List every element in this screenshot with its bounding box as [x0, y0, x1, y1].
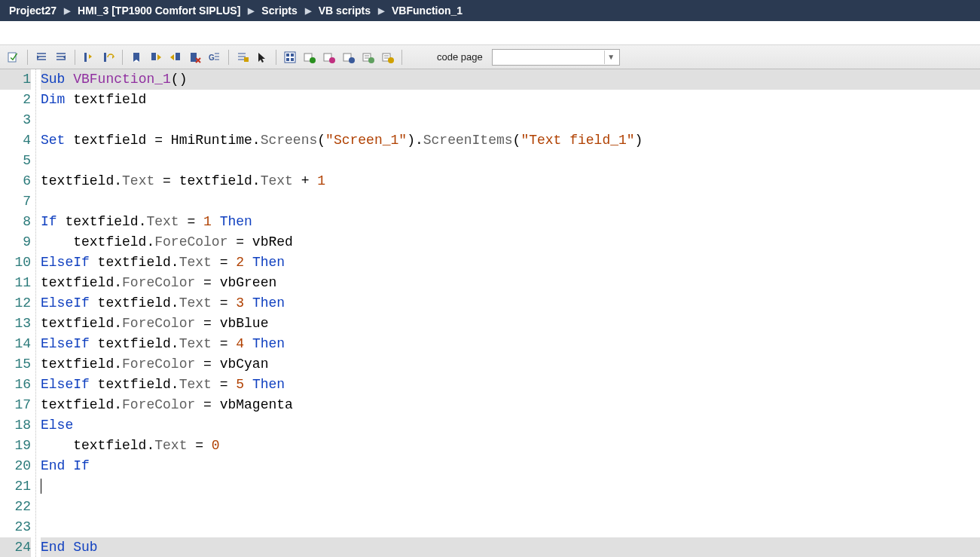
clear-bookmarks-button[interactable]: [186, 48, 204, 66]
breadcrumb-item[interactable]: Project27: [6, 5, 60, 17]
line-number: 16: [0, 375, 31, 395]
toggle-bookmark-button[interactable]: [127, 48, 145, 66]
code-page-label: code page: [437, 51, 483, 63]
insert-function-button[interactable]: [379, 48, 397, 66]
code-line[interactable]: textfield.Text = 0: [41, 436, 980, 456]
code-line[interactable]: [41, 110, 980, 130]
svg-rect-12: [286, 58, 289, 61]
chevron-right-icon: ▶: [374, 6, 389, 16]
line-number: 11: [0, 273, 31, 293]
line-number: 6: [0, 171, 31, 191]
prev-bookmark-button[interactable]: [166, 48, 185, 66]
code-line[interactable]: [41, 497, 980, 517]
breadcrumb: Project27 ▶ HMI_3 [TP1900 Comfort SIPLUS…: [0, 0, 980, 21]
svg-point-23: [388, 57, 394, 63]
svg-rect-13: [291, 58, 294, 61]
svg-rect-4: [151, 53, 156, 60]
svg-rect-10: [286, 54, 289, 57]
code-editor[interactable]: 123456789101112131415161718192021222324 …: [0, 69, 980, 557]
svg-rect-5: [176, 53, 180, 60]
outdent-button[interactable]: [52, 48, 70, 66]
step-over-button[interactable]: [99, 48, 118, 66]
breadcrumb-item[interactable]: HMI_3 [TP1900 Comfort SIPLUS]: [75, 5, 243, 17]
cursor-button[interactable]: [253, 48, 271, 66]
breadcrumb-item[interactable]: Scripts: [258, 5, 300, 17]
line-number-gutter: 123456789101112131415161718192021222324: [0, 69, 36, 557]
code-line[interactable]: ElseIf textfield.Text = 4 Then: [41, 334, 980, 354]
line-number: 7: [0, 191, 31, 212]
step-into-button[interactable]: [80, 48, 98, 66]
code-line[interactable]: textfield.ForeColor = vbRed: [41, 232, 980, 252]
next-bookmark-button[interactable]: [147, 48, 165, 66]
code-line[interactable]: Sub VBFunction_1(): [41, 69, 980, 90]
line-number: 3: [0, 110, 31, 130]
code-line[interactable]: textfield.ForeColor = vbCyan: [41, 354, 980, 375]
line-number: 15: [0, 354, 31, 375]
code-line[interactable]: End If: [41, 456, 980, 476]
comment-button[interactable]: [234, 48, 252, 66]
code-line[interactable]: ElseIf textfield.Text = 3 Then: [41, 293, 980, 314]
line-number: 20: [0, 456, 31, 476]
code-line[interactable]: textfield.ForeColor = vbGreen: [41, 273, 980, 293]
toolbar-separator: [122, 50, 123, 65]
object-list-button[interactable]: [281, 48, 299, 66]
code-line[interactable]: textfield.Text = textfield.Text + 1: [41, 171, 980, 191]
line-number: 10: [0, 252, 31, 273]
indent-button[interactable]: [32, 48, 50, 66]
code-line[interactable]: Else: [41, 415, 980, 436]
code-line[interactable]: [41, 151, 980, 171]
line-number: 1: [0, 69, 31, 90]
code-area[interactable]: Sub VBFunction_1()Dim textfieldSet textf…: [36, 69, 980, 557]
line-number: 5: [0, 151, 31, 171]
svg-point-19: [349, 57, 355, 63]
code-line[interactable]: Dim textfield: [41, 90, 980, 110]
toolbar-separator: [75, 50, 75, 65]
line-number: 19: [0, 436, 31, 456]
line-number: 12: [0, 293, 31, 314]
code-line[interactable]: [41, 476, 980, 497]
line-number: 4: [0, 130, 31, 151]
line-number: 18: [0, 415, 31, 436]
code-line[interactable]: ElseIf textfield.Text = 5 Then: [41, 375, 980, 395]
code-line[interactable]: [41, 517, 980, 537]
svg-rect-1: [84, 53, 87, 62]
chevron-right-icon: ▶: [301, 6, 316, 16]
code-line[interactable]: Set textfield = HmiRuntime.Screens("Scre…: [41, 130, 980, 151]
code-page-select[interactable]: ▼: [492, 49, 620, 66]
svg-rect-6: [191, 53, 197, 62]
line-number: 9: [0, 232, 31, 252]
go-to-line-button[interactable]: G: [206, 48, 224, 66]
chevron-right-icon: ▶: [243, 6, 258, 16]
insert-tag-button[interactable]: [301, 48, 319, 66]
code-line[interactable]: If textfield.Text = 1 Then: [41, 212, 980, 232]
insert-screen-button[interactable]: [320, 48, 338, 66]
insert-object-button[interactable]: [340, 48, 358, 66]
editor-toolbar: G code page ▼: [0, 45, 980, 69]
code-line[interactable]: End Sub: [41, 537, 980, 557]
chevron-down-icon: ▼: [604, 50, 618, 64]
breadcrumb-item[interactable]: VBFunction_1: [389, 5, 466, 17]
line-number: 22: [0, 497, 31, 517]
svg-point-15: [310, 57, 316, 63]
toolbar-separator: [228, 50, 229, 65]
insert-list-button[interactable]: [359, 48, 377, 66]
svg-text:G: G: [209, 54, 215, 62]
line-number: 14: [0, 334, 31, 354]
toolbar-separator: [401, 50, 402, 65]
line-number: 8: [0, 212, 31, 232]
svg-rect-2: [104, 53, 106, 62]
line-number: 17: [0, 395, 31, 415]
line-number: 24: [0, 537, 31, 557]
code-line[interactable]: textfield.ForeColor = vbMagenta: [41, 395, 980, 415]
line-number: 13: [0, 314, 31, 334]
header-spacer: [0, 21, 980, 45]
code-line[interactable]: [41, 191, 980, 212]
check-script-button[interactable]: [5, 48, 23, 66]
code-line[interactable]: ElseIf textfield.Text = 2 Then: [41, 252, 980, 273]
line-number: 21: [0, 476, 31, 497]
line-number: 23: [0, 517, 31, 537]
text-caret: [41, 479, 41, 494]
toolbar-separator: [27, 50, 28, 65]
breadcrumb-item[interactable]: VB scripts: [316, 5, 374, 17]
code-line[interactable]: textfield.ForeColor = vbBlue: [41, 314, 980, 334]
